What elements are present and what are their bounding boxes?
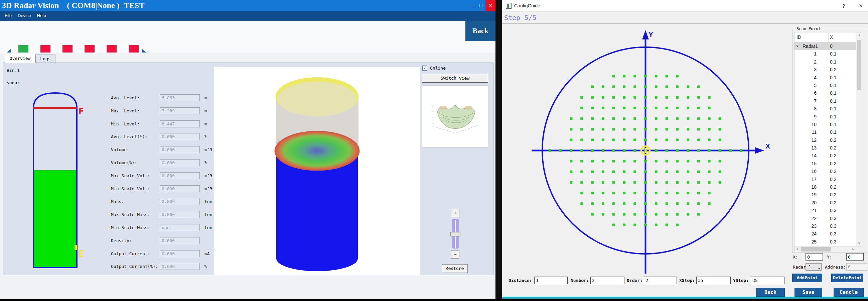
field-value-input[interactable] <box>160 211 200 218</box>
field-value-input[interactable] <box>160 185 200 192</box>
row-x: 0.2 <box>830 161 836 166</box>
field-value-input[interactable] <box>160 146 200 153</box>
table-row[interactable]: 70.1 <box>795 97 856 105</box>
param-input[interactable] <box>751 277 784 284</box>
param-input[interactable] <box>696 277 731 284</box>
table-row[interactable]: 10.1 <box>795 50 856 58</box>
tab-logs[interactable]: Logs <box>35 55 56 63</box>
help-icon[interactable]: ? <box>839 2 848 10</box>
table-row[interactable]: 160.2 <box>795 168 856 175</box>
zoom-slider-handle[interactable] <box>451 232 460 237</box>
scroll-right-icon[interactable]: > <box>850 246 856 252</box>
table-row[interactable]: 110.1 <box>795 129 856 136</box>
field-value-input[interactable] <box>160 120 200 128</box>
param-input[interactable] <box>590 277 624 284</box>
field-value-input[interactable] <box>160 107 200 114</box>
scroll-up-icon[interactable]: ∧ <box>856 32 862 38</box>
field-value-input[interactable] <box>160 250 200 257</box>
cancel-button[interactable]: Cancle <box>834 288 864 297</box>
table-row[interactable]: 90.1 <box>795 113 856 121</box>
param-input[interactable] <box>644 277 677 284</box>
zoom-in-button[interactable]: + <box>451 209 459 217</box>
field-label: Min. Level: <box>111 121 140 127</box>
bin-toolbar: Bin:1Bin:2Bin:3Bin:4Bin:5Bin:6 <box>0 21 495 53</box>
table-row[interactable]: 170.2 <box>795 175 856 183</box>
table-row[interactable]: 240.3 <box>795 230 856 238</box>
add-point-button[interactable]: AddPoint <box>792 274 822 282</box>
close-icon[interactable]: ✕ <box>486 0 495 11</box>
table-row[interactable]: 220.3 <box>795 215 856 222</box>
chevron-expand-icon[interactable]: ∨ <box>796 44 799 48</box>
table-row[interactable]: 50.1 <box>795 82 856 89</box>
column-header-id[interactable]: ID <box>797 34 801 40</box>
vertical-scroll-thumb[interactable] <box>857 40 861 90</box>
y-field-input[interactable] <box>846 253 864 261</box>
table-row[interactable]: 60.1 <box>795 89 856 97</box>
x-field-input[interactable] <box>806 253 823 261</box>
menu-item-help[interactable]: Help <box>36 13 48 18</box>
scroll-down-icon[interactable]: ∨ <box>856 241 862 246</box>
field-value-input[interactable] <box>160 133 200 140</box>
delete-point-button[interactable]: DeletePoint <box>831 274 863 282</box>
switch-view-button[interactable]: Switch view <box>422 74 488 83</box>
param-label: Order: <box>627 278 643 283</box>
table-row[interactable]: 250.3 <box>795 238 856 246</box>
table-row[interactable]: 150.2 <box>795 160 856 168</box>
scan-point-diagram[interactable]: Y X <box>502 24 789 285</box>
menu-item-file[interactable]: File <box>3 13 13 18</box>
tab-overview[interactable]: Overview <box>5 54 35 63</box>
restore-button[interactable]: Restore <box>442 264 468 273</box>
field-value-input[interactable] <box>160 172 200 179</box>
title-bar[interactable]: ConfigGuide ? ✕ <box>502 0 868 12</box>
vertical-scrollbar[interactable]: ∧ ∨ <box>856 32 862 246</box>
zoom-out-button[interactable]: − <box>451 250 459 258</box>
field-value-input[interactable] <box>160 94 200 101</box>
minimize-icon[interactable]: — <box>467 0 476 11</box>
radar-select[interactable]: 1 ▼ <box>806 263 822 271</box>
save-button[interactable]: Save <box>795 288 822 297</box>
scan-point-table[interactable]: ID X ∨ Radar1 0 10.120.130.240.150.160.1… <box>794 32 862 252</box>
field-value-input[interactable] <box>160 237 200 244</box>
table-row[interactable]: 140.2 <box>795 152 856 160</box>
param-input[interactable] <box>534 277 568 284</box>
column-header-x[interactable]: X <box>830 34 833 40</box>
maximize-icon[interactable]: □ <box>476 0 486 11</box>
horizontal-scrollbar[interactable]: < > <box>795 246 862 252</box>
table-row[interactable]: 120.2 <box>795 136 856 144</box>
back-button[interactable]: Back <box>756 288 785 297</box>
table-row[interactable]: 230.3 <box>795 222 856 230</box>
table-row[interactable]: 40.1 <box>795 74 856 82</box>
online-checkbox[interactable]: ✓ <box>422 65 427 71</box>
field-unit: % <box>205 160 207 165</box>
table-row[interactable]: 130.2 <box>795 144 856 152</box>
title-bar[interactable]: 3D Radar Vision ( COM8|None )- TEST — □ … <box>0 0 495 11</box>
row-x: 0.1 <box>830 51 836 56</box>
table-row[interactable]: 100.1 <box>795 121 856 129</box>
address-field-input[interactable]: 0 <box>846 263 867 271</box>
row-id: 5 <box>796 83 816 88</box>
field-label: Avg. Level: <box>111 95 140 100</box>
tank-3d-view[interactable] <box>214 67 420 275</box>
table-row-radar[interactable]: ∨ Radar1 0 <box>795 43 856 50</box>
step-label: Step 5/5 <box>504 14 536 22</box>
field-value-input[interactable] <box>160 198 200 205</box>
horizontal-scroll-thumb[interactable] <box>801 247 831 251</box>
field-value-input[interactable] <box>160 159 200 166</box>
field-unit: ton <box>205 212 212 217</box>
table-row[interactable]: 200.2 <box>795 199 856 207</box>
field-row: Min Scale Vol.:m^3 <box>111 185 215 193</box>
scroll-left-icon[interactable]: < <box>795 246 800 252</box>
field-value-input[interactable] <box>160 263 200 270</box>
field-value-input[interactable] <box>160 224 200 231</box>
surface-thumbnail[interactable] <box>422 85 489 147</box>
table-row[interactable]: 80.1 <box>795 105 856 113</box>
back-button[interactable]: Back <box>465 21 495 41</box>
close-icon[interactable]: ✕ <box>856 2 866 10</box>
menu-item-device[interactable]: Device <box>17 13 32 18</box>
table-row[interactable]: 30.2 <box>795 66 856 74</box>
table-row[interactable]: 180.2 <box>795 183 856 191</box>
table-row[interactable]: 210.3 <box>795 207 856 214</box>
table-row[interactable]: 20.1 <box>795 58 856 66</box>
table-row[interactable]: 190.2 <box>795 191 856 199</box>
table-header[interactable]: ID X <box>795 32 856 43</box>
